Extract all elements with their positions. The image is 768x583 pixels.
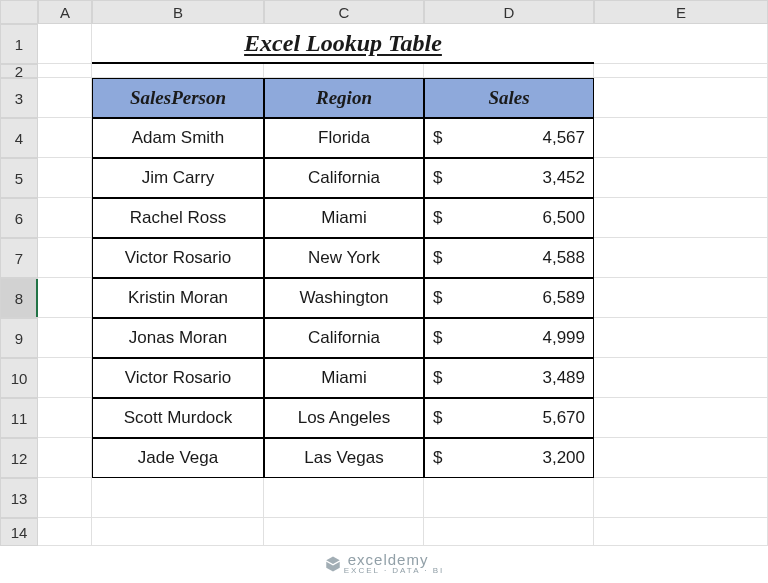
cell-e12[interactable] [594,438,768,478]
cell-e9[interactable] [594,318,768,358]
cell-sales[interactable]: $6,589 [424,278,594,318]
cell-region[interactable]: California [264,158,424,198]
cell-sales[interactable]: $6,500 [424,198,594,238]
cell-person[interactable]: Kristin Moran [92,278,264,318]
cell-person[interactable]: Victor Rosario [92,358,264,398]
cell-sales[interactable]: $3,200 [424,438,594,478]
cell-e5[interactable] [594,158,768,198]
currency-symbol: $ [433,288,442,308]
cell-a9[interactable] [38,318,92,358]
cell-person[interactable]: Adam Smith [92,118,264,158]
cell-a4[interactable] [38,118,92,158]
sales-value: 5,670 [542,408,585,428]
cell-e2[interactable] [594,64,768,78]
col-header-b[interactable]: B [92,0,264,24]
cell-d2[interactable] [424,64,594,78]
cell-e11[interactable] [594,398,768,438]
cell-c14[interactable] [264,518,424,546]
cell-e10[interactable] [594,358,768,398]
cell-person[interactable]: Jim Carry [92,158,264,198]
title-cell[interactable]: Excel Lookup Table [92,24,594,64]
header-region[interactable]: Region [264,78,424,118]
cell-b2[interactable] [92,64,264,78]
currency-symbol: $ [433,208,442,228]
row-header-9[interactable]: 9 [0,318,38,358]
sales-value: 4,999 [542,328,585,348]
cell-sales[interactable]: $4,588 [424,238,594,278]
header-sales[interactable]: Sales [424,78,594,118]
cell-region[interactable]: Miami [264,198,424,238]
sales-value: 3,452 [542,168,585,188]
row-header-6[interactable]: 6 [0,198,38,238]
row-header-3[interactable]: 3 [0,78,38,118]
cell-person[interactable]: Jade Vega [92,438,264,478]
cell-e3[interactable] [594,78,768,118]
col-header-d[interactable]: D [424,0,594,24]
logo-brand: exceldemy [348,552,429,567]
cell-a14[interactable] [38,518,92,546]
row-header-2[interactable]: 2 [0,64,38,78]
row-header-14[interactable]: 14 [0,518,38,546]
currency-symbol: $ [433,328,442,348]
sales-value: 4,567 [542,128,585,148]
cell-a3[interactable] [38,78,92,118]
cell-b13[interactable] [92,478,264,518]
row-header-12[interactable]: 12 [0,438,38,478]
cell-c13[interactable] [264,478,424,518]
cell-region[interactable]: California [264,318,424,358]
currency-symbol: $ [433,128,442,148]
cell-a10[interactable] [38,358,92,398]
col-header-a[interactable]: A [38,0,92,24]
cell-e13[interactable] [594,478,768,518]
cell-a8[interactable] [38,278,92,318]
cell-e7[interactable] [594,238,768,278]
cell-region[interactable]: Los Angeles [264,398,424,438]
row-header-8[interactable]: 8 [0,278,38,318]
cell-b14[interactable] [92,518,264,546]
cell-a12[interactable] [38,438,92,478]
col-header-e[interactable]: E [594,0,768,24]
cell-a7[interactable] [38,238,92,278]
row-header-4[interactable]: 4 [0,118,38,158]
cell-person[interactable]: Rachel Ross [92,198,264,238]
cell-d13[interactable] [424,478,594,518]
cell-e1[interactable] [594,24,768,64]
cell-person[interactable]: Jonas Moran [92,318,264,358]
cell-d14[interactable] [424,518,594,546]
cell-c2[interactable] [264,64,424,78]
cell-sales[interactable]: $5,670 [424,398,594,438]
cell-region[interactable]: Florida [264,118,424,158]
cell-e8[interactable] [594,278,768,318]
cell-region[interactable]: Washington [264,278,424,318]
cell-sales[interactable]: $3,489 [424,358,594,398]
cell-sales[interactable]: $3,452 [424,158,594,198]
cell-sales[interactable]: $4,999 [424,318,594,358]
sales-value: 6,589 [542,288,585,308]
cell-a11[interactable] [38,398,92,438]
row-header-10[interactable]: 10 [0,358,38,398]
cell-person[interactable]: Victor Rosario [92,238,264,278]
cell-a1[interactable] [38,24,92,64]
row-header-13[interactable]: 13 [0,478,38,518]
cell-region[interactable]: Las Vegas [264,438,424,478]
cell-a13[interactable] [38,478,92,518]
col-header-c[interactable]: C [264,0,424,24]
row-header-11[interactable]: 11 [0,398,38,438]
cell-a5[interactable] [38,158,92,198]
cell-sales[interactable]: $4,567 [424,118,594,158]
cell-a2[interactable] [38,64,92,78]
cell-e6[interactable] [594,198,768,238]
cell-person[interactable]: Scott Murdock [92,398,264,438]
row-header-1[interactable]: 1 [0,24,38,64]
row-header-7[interactable]: 7 [0,238,38,278]
cell-e4[interactable] [594,118,768,158]
watermark-logo: exceldemy EXCEL · DATA · BI [0,552,768,575]
cell-e14[interactable] [594,518,768,546]
cell-a6[interactable] [38,198,92,238]
cell-region[interactable]: New York [264,238,424,278]
row-header-5[interactable]: 5 [0,158,38,198]
header-salesperson[interactable]: SalesPerson [92,78,264,118]
cell-region[interactable]: Miami [264,358,424,398]
currency-symbol: $ [433,168,442,188]
select-all-corner[interactable] [0,0,38,24]
